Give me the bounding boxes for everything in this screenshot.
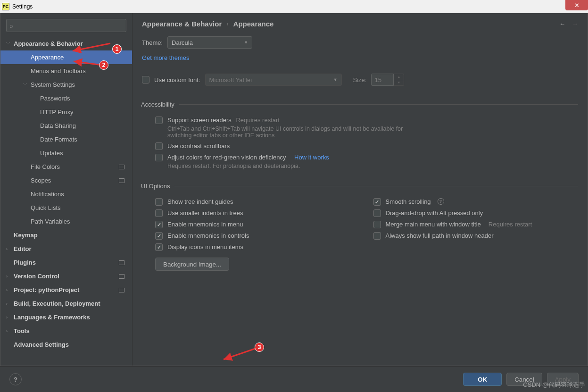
sidebar-item-project-pythonproject[interactable]: ›Project: pythonProject (0, 283, 132, 297)
sidebar-item-label: Path Variables (31, 218, 127, 225)
mnemonics-menu-checkbox[interactable] (155, 221, 163, 228)
help-button[interactable]: ? (9, 373, 22, 385)
mnemonics-controls-checkbox[interactable] (155, 232, 163, 240)
chevron-right-icon[interactable]: › (6, 288, 11, 292)
chevron-down-icon[interactable]: ﹀ (23, 82, 28, 88)
get-more-themes-link[interactable]: Get more themes (142, 54, 189, 61)
sidebar-item-label: System Settings (31, 81, 127, 88)
sidebar-item-tools[interactable]: ›Tools (0, 324, 132, 338)
restart-hint: Requires restart (236, 117, 279, 124)
color-adjust-checkbox[interactable] (155, 154, 163, 161)
sidebar: ⌕ ﹀Appearance & BehaviorAppearanceMenus … (0, 13, 133, 366)
screen-readers-description: Ctrl+Tab and Ctrl+Shift+Tab will navigat… (167, 125, 413, 139)
sidebar-item-plugins[interactable]: Plugins (0, 256, 132, 269)
close-button[interactable]: ✕ (565, 0, 588, 10)
smaller-indents-checkbox[interactable] (155, 209, 163, 217)
screen-readers-label: Support screen readers (167, 117, 232, 124)
theme-select[interactable]: Darcula ▼ (167, 36, 252, 49)
sidebar-item-editor[interactable]: ›Editor (0, 242, 132, 256)
sidebar-item-label: Version Control (14, 273, 127, 280)
accessibility-group: Accessibility Support screen readers Req… (142, 101, 578, 173)
sidebar-item-advanced-settings[interactable]: Advanced Settings (0, 338, 132, 351)
sidebar-item-appearance-behavior[interactable]: ﹀Appearance & Behavior (0, 37, 132, 50)
accessibility-legend: Accessibility (141, 101, 179, 108)
sidebar-item-label: Languages & Frameworks (14, 314, 127, 321)
chevron-right-icon[interactable]: › (6, 301, 11, 306)
sidebar-item-notifications[interactable]: Notifications (0, 187, 132, 201)
project-scope-icon (119, 260, 124, 265)
cancel-button[interactable]: Cancel (506, 373, 542, 386)
sidebar-item-version-control[interactable]: ›Version Control (0, 269, 132, 283)
window-title: Settings (12, 3, 33, 10)
custom-font-checkbox[interactable] (142, 76, 149, 83)
sidebar-item-updates[interactable]: Updates (0, 146, 132, 160)
forward-button: → (572, 20, 578, 27)
sidebar-item-passwords[interactable]: Passwords (0, 92, 132, 105)
sidebar-item-appearance[interactable]: Appearance (0, 50, 132, 64)
search-input[interactable]: ⌕ (6, 19, 126, 32)
project-scope-icon (119, 288, 124, 292)
theme-label: Theme: (142, 39, 163, 46)
sidebar-item-label: Date Formats (40, 136, 127, 143)
background-image-button[interactable]: Background Image... (155, 258, 229, 271)
display-icons-checkbox[interactable] (155, 243, 163, 251)
chevron-right-icon[interactable]: › (6, 247, 11, 251)
font-size-input[interactable] (371, 74, 394, 86)
chevron-down-icon[interactable]: ﹀ (6, 41, 11, 47)
sidebar-item-quick-lists[interactable]: Quick Lists (0, 201, 132, 215)
full-path-checkbox[interactable] (373, 232, 381, 240)
sidebar-item-keymap[interactable]: Keymap (0, 228, 132, 242)
chevron-right-icon[interactable]: › (6, 274, 11, 279)
sidebar-item-build-execution-deployment[interactable]: ›Build, Execution, Deployment (0, 297, 132, 310)
sidebar-item-menus-and-toolbars[interactable]: Menus and Toolbars (0, 64, 132, 78)
apply-button[interactable]: Apply (547, 373, 579, 386)
sidebar-item-label: Plugins (14, 259, 127, 266)
chevron-down-icon: ▼ (333, 77, 338, 82)
sidebar-item-label: Quick Lists (31, 204, 127, 211)
color-adjust-label: Adjust colors for red-green vision defic… (167, 154, 286, 161)
ok-button[interactable]: OK (463, 373, 502, 386)
sidebar-item-scopes[interactable]: Scopes (0, 174, 132, 187)
sidebar-item-label: File Colors (31, 163, 127, 170)
sidebar-item-http-proxy[interactable]: HTTP Proxy (0, 105, 132, 119)
close-icon: ✕ (574, 2, 580, 9)
how-it-works-link[interactable]: How it works (294, 154, 329, 161)
breadcrumb-root[interactable]: Appearance & Behavior (142, 20, 222, 28)
sidebar-item-label: Editor (14, 245, 127, 252)
sidebar-item-label: Tools (14, 327, 127, 334)
sidebar-item-label: Keymap (14, 232, 127, 239)
chevron-right-icon[interactable]: › (6, 329, 11, 334)
dialog-body: ⌕ ﹀Appearance & BehaviorAppearanceMenus … (0, 13, 588, 366)
sidebar-item-data-sharing[interactable]: Data Sharing (0, 119, 132, 133)
font-select[interactable]: Microsoft YaHei ▼ (205, 74, 342, 86)
back-button[interactable]: ← (559, 20, 565, 27)
sidebar-item-label: Data Sharing (40, 122, 127, 129)
breadcrumb-separator: › (226, 20, 228, 27)
sidebar-item-languages-frameworks[interactable]: ›Languages & Frameworks (0, 310, 132, 324)
sidebar-item-date-formats[interactable]: Date Formats (0, 133, 132, 146)
font-size-spinner[interactable]: ▲▼ (394, 74, 404, 86)
project-scope-icon (119, 165, 124, 169)
drag-alt-checkbox[interactable] (373, 209, 381, 217)
sidebar-item-path-variables[interactable]: Path Variables (0, 215, 132, 228)
merge-menu-checkbox[interactable] (373, 221, 381, 228)
sidebar-item-label: Project: pythonProject (14, 286, 127, 293)
sidebar-item-file-colors[interactable]: File Colors (0, 160, 132, 174)
contrast-scrollbars-label: Use contrast scrollbars (167, 142, 230, 150)
search-icon: ⌕ (9, 22, 13, 29)
sidebar-item-system-settings[interactable]: ﹀System Settings (0, 78, 132, 92)
dialog-footer: ? OK Cancel Apply (0, 366, 588, 392)
screen-readers-checkbox[interactable] (155, 117, 163, 124)
nav-arrows: ← → (559, 20, 578, 27)
sidebar-item-label: Updates (40, 150, 127, 157)
help-icon[interactable]: ? (438, 198, 444, 205)
smooth-scrolling-checkbox[interactable] (373, 198, 381, 206)
breadcrumb: Appearance & Behavior › Appearance ← → (142, 20, 578, 28)
chevron-right-icon[interactable]: › (6, 315, 11, 320)
sidebar-item-label: Appearance (31, 54, 127, 61)
breadcrumb-leaf: Appearance (233, 20, 274, 28)
project-scope-icon (119, 274, 124, 279)
tree-guides-checkbox[interactable] (155, 198, 163, 206)
contrast-scrollbars-checkbox[interactable] (155, 142, 163, 150)
sidebar-item-label: Appearance & Behavior (14, 40, 127, 47)
